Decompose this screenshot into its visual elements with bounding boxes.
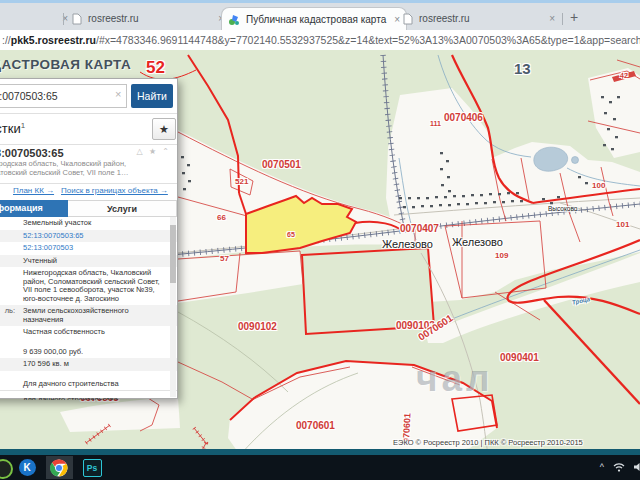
panel-tabs: Информация Услуги xyxy=(0,200,177,217)
favorite-star-button[interactable]: ★ xyxy=(152,118,176,140)
tab-separator xyxy=(63,13,64,25)
card-action-icons[interactable]: △ ★ ⌃ xyxy=(137,147,171,156)
attribute-value: Для дачного строительства xyxy=(23,379,119,388)
antivirus-taskbar-icon[interactable]: K xyxy=(15,457,39,478)
tab-information[interactable]: Информация xyxy=(0,200,68,217)
antivirus-icon: K xyxy=(19,459,36,476)
document-icon xyxy=(403,13,413,25)
attribute-row: Нижегородская область, Чкаловский район,… xyxy=(0,267,177,305)
attribute-value: Земли сельскохозяйственного назначения xyxy=(23,306,129,324)
attribute-label: ль: xyxy=(0,307,15,316)
scrollbar-thumb[interactable] xyxy=(170,225,176,283)
place-label-vysokovo: Высоково xyxy=(548,205,577,212)
desktop: Google × rosreestr.ru × Публичная кадаст… xyxy=(0,0,640,480)
tab-title: rosreestr.ru xyxy=(88,13,211,24)
photoshop-icon: Ps xyxy=(83,459,102,477)
system-tray: ^ xyxy=(600,457,640,477)
parcel-label: 57 xyxy=(220,254,229,263)
attribute-row: Земельный участок xyxy=(0,217,177,230)
page-heading: КАДАСТРОВАЯ КАРТА xyxy=(0,57,131,72)
search-in-bounds-link[interactable]: Поиск в границах объекта → xyxy=(61,186,168,195)
attribute-value: 9 639 000,00 руб. xyxy=(23,347,83,356)
parcel-label: 66 xyxy=(217,213,226,222)
pkk-favicon xyxy=(228,14,240,26)
address-bar[interactable]: ://pkk5.rosreestr.ru/#x=4783346.96911447… xyxy=(0,30,640,51)
attribute-row: ль:Земли сельскохозяйственного назначени… xyxy=(0,305,177,326)
volume-icon[interactable] xyxy=(634,462,640,472)
quarter-label-13: 13 xyxy=(514,60,531,77)
card-links: План КК → Поиск в границах объекта → xyxy=(0,183,177,200)
map-watermark: чал xyxy=(416,358,494,400)
tab-pkk-active[interactable]: Публичная кадастровая карта × xyxy=(221,7,407,31)
attribute-value: Учтенный xyxy=(23,256,57,265)
parcel-label-65: 65 xyxy=(287,231,295,238)
tab-title: Google xyxy=(0,13,55,24)
tab-title: rosreestr.ru xyxy=(419,13,542,24)
tab-title: Публичная кадастровая карта xyxy=(246,14,387,25)
attribute-row: 170 596 кв. м xyxy=(0,358,177,371)
url-text: ://pkk5.rosreestr.ru/#x=4783346.96911447… xyxy=(0,34,640,46)
tab-separator xyxy=(562,13,563,25)
search-input[interactable] xyxy=(0,84,127,108)
attribute-row: Частная собственность xyxy=(0,326,177,339)
quarter-label: 0070406 xyxy=(444,112,483,123)
attribute-row: для дачного строительства xyxy=(0,390,177,400)
clear-search-icon[interactable]: × xyxy=(115,89,121,100)
find-button[interactable]: Найти xyxy=(131,84,173,108)
map-attribution: ЕЭКО © Росреестр 2010 | ПКК © Росреестр … xyxy=(393,438,583,447)
attribute-value: для дачного строительства xyxy=(23,395,118,400)
parcel-label: 109 xyxy=(495,251,508,260)
quarter-label: 0090102 xyxy=(238,321,277,332)
tab-rosreestr-1[interactable]: rosreestr.ru × xyxy=(66,7,230,30)
photoshop-taskbar-icon[interactable]: Ps xyxy=(80,457,104,478)
attribute-value: 170 596 кв. м xyxy=(23,359,69,368)
quarter-label: 0070501 xyxy=(262,159,301,170)
parcel-info-panel: × Найти Участки1 ★ 52:13:0070503:65 △ ★ … xyxy=(0,78,178,399)
place-label-zhelezovo: Железово xyxy=(452,236,503,248)
region-code-label: 52 xyxy=(146,58,165,78)
attribute-value: Земельный участок xyxy=(23,218,91,227)
parcel-label: 42 xyxy=(620,72,628,79)
parcel-attributes-list: Земельный участок52:13:0070503:6552:13:0… xyxy=(0,217,177,400)
attribute-row: Учтенный xyxy=(0,255,177,268)
parcel-label: 100 xyxy=(592,181,605,190)
place-label-zhelezovo: Железово xyxy=(382,238,433,250)
chrome-icon xyxy=(50,459,68,477)
windows-taskbar: K Ps xyxy=(0,455,640,480)
attribute-value: Нижегородская область, Чкаловский район,… xyxy=(23,268,160,303)
result-card[interactable]: 52:13:0070503:65 △ ★ ⌃ Нижегородская обл… xyxy=(0,144,177,184)
results-count: 1 xyxy=(21,121,25,130)
attribute-value: Частная собственность xyxy=(23,327,105,336)
wifi-icon[interactable] xyxy=(613,462,625,472)
cadastral-number-title: 52:13:0070503:65 xyxy=(0,147,64,159)
quarter-label: 0090401 xyxy=(500,352,539,363)
attribute-value[interactable]: 52:13:0070503 xyxy=(23,243,73,252)
new-tab-button[interactable]: + xyxy=(570,9,578,25)
tab-rosreestr-2[interactable]: rosreestr.ru × xyxy=(397,7,561,30)
results-title: Участки1 xyxy=(0,121,25,136)
attribute-row: Для дачного строительства xyxy=(0,371,177,391)
chrome-taskbar-icon[interactable] xyxy=(47,457,71,478)
browser-tab-bar: Google × rosreestr.ru × Публичная кадаст… xyxy=(0,3,640,30)
parcel-label: 101 xyxy=(616,220,629,229)
tab-close-icon[interactable]: × xyxy=(549,14,555,24)
quarter-label: 0070407 xyxy=(400,223,439,234)
tray-expand-icon[interactable]: ^ xyxy=(600,462,604,472)
results-header: Участки1 ★ xyxy=(0,113,177,145)
search-row: × Найти xyxy=(0,79,177,114)
tab-services[interactable]: Услуги xyxy=(68,200,177,217)
plan-kk-link[interactable]: План КК → xyxy=(13,186,54,195)
parcel-label: 521 xyxy=(235,177,248,186)
parcel-label: 111 xyxy=(430,120,441,127)
panel-scrollbar[interactable] xyxy=(170,217,176,397)
quarter-label: 0070601 xyxy=(296,420,335,431)
attribute-row: 9 639 000,00 руб. xyxy=(0,339,177,359)
attribute-row: 52:13:0070503 xyxy=(0,242,177,255)
attribute-value[interactable]: 52:13:0070503:65 xyxy=(23,231,83,240)
document-icon xyxy=(72,13,82,25)
attribute-row: 52:13:0070503:65 xyxy=(0,230,177,243)
card-address: Нижегородская область, Чкаловский район,… xyxy=(0,160,145,177)
